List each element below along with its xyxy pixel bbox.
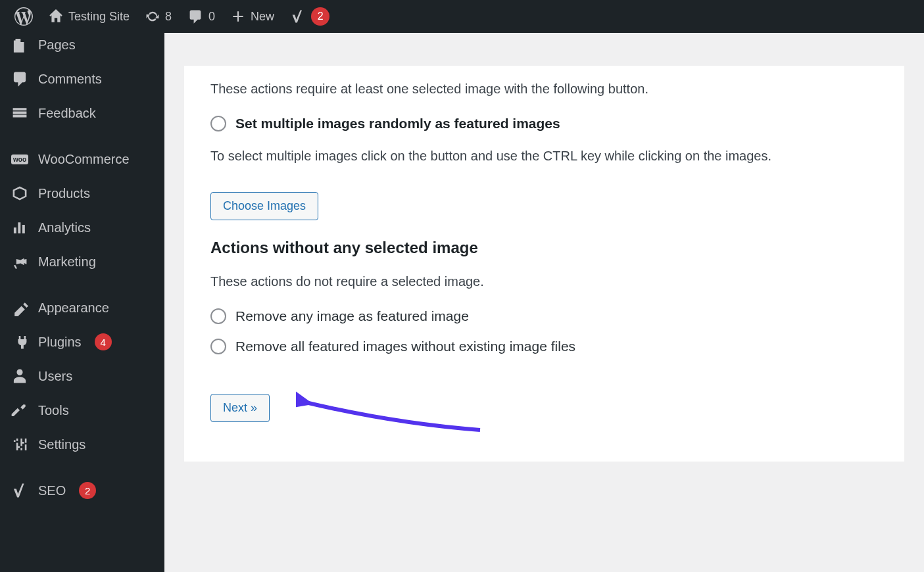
- settings-icon: [11, 435, 29, 454]
- sidebar-label: WooCommerce: [38, 152, 130, 167]
- sidebar-item-tools[interactable]: Tools: [0, 393, 164, 427]
- next-button[interactable]: Next »: [210, 394, 270, 422]
- sidebar-item-seo[interactable]: SEO 2: [0, 473, 164, 508]
- woo-icon: woo: [11, 150, 29, 168]
- updates-count: 8: [165, 10, 172, 24]
- site-name-link[interactable]: Testing Site: [41, 0, 137, 33]
- comments-icon: [11, 70, 29, 88]
- sidebar-item-products[interactable]: Products: [0, 176, 164, 210]
- sidebar-label: Plugins: [38, 335, 82, 350]
- marketing-icon: [11, 252, 29, 271]
- appearance-icon: [11, 298, 29, 317]
- radio-input-remove-missing[interactable]: [210, 339, 226, 354]
- analytics-icon: [11, 218, 29, 237]
- sidebar-label: Users: [38, 369, 72, 384]
- radio-input-remove-any[interactable]: [210, 308, 226, 324]
- comments-count: 0: [208, 10, 215, 24]
- sidebar-item-comments[interactable]: Comments: [0, 62, 164, 96]
- desc-no-selection: These actions do not require a selected …: [210, 272, 878, 291]
- comment-icon: [187, 9, 203, 24]
- wordpress-logo[interactable]: [7, 0, 41, 33]
- sidebar-label: Analytics: [38, 220, 91, 235]
- choose-images-button[interactable]: Choose Images: [210, 192, 318, 220]
- plugins-icon: [11, 333, 29, 351]
- products-icon: [11, 184, 29, 203]
- main-content: These actions require at least one selec…: [164, 66, 924, 572]
- sidebar-label: Feedback: [38, 106, 96, 121]
- updates-icon: [145, 9, 160, 24]
- yoast-link[interactable]: 2: [282, 0, 337, 33]
- heading-no-selection: Actions without any selected image: [210, 239, 878, 257]
- radio-set-multiple[interactable]: Set multiple images randomly as featured…: [210, 116, 878, 131]
- plus-icon: [231, 9, 245, 24]
- new-link[interactable]: New: [223, 0, 282, 33]
- content-box: These actions require at least one selec…: [184, 66, 904, 462]
- sidebar-item-appearance[interactable]: Appearance: [0, 291, 164, 325]
- sidebar-item-pages[interactable]: Pages: [0, 33, 164, 62]
- plugins-badge: 4: [95, 333, 112, 350]
- radio-input-set-multiple[interactable]: [210, 116, 226, 131]
- sidebar-label: Settings: [38, 437, 85, 452]
- site-name-text: Testing Site: [68, 10, 130, 24]
- radio-label-remove-any: Remove any image as featured image: [235, 308, 469, 324]
- comments-link[interactable]: 0: [180, 0, 223, 33]
- sidebar-item-feedback[interactable]: Feedback: [0, 96, 164, 130]
- radio-remove-any[interactable]: Remove any image as featured image: [210, 308, 878, 324]
- seo-badge: 2: [79, 482, 96, 499]
- annotation-arrow: [296, 387, 487, 440]
- admin-sidebar: Pages Comments Feedback woo WooCommerce …: [0, 33, 164, 572]
- radio-label-remove-missing: Remove all featured images without exist…: [235, 339, 575, 354]
- yoast-icon: [290, 9, 306, 24]
- sidebar-label: Marketing: [38, 254, 96, 270]
- sidebar-item-analytics[interactable]: Analytics: [0, 210, 164, 245]
- radio-label-set-multiple: Set multiple images randomly as featured…: [235, 116, 560, 131]
- feedback-icon: [11, 104, 29, 122]
- seo-icon: [11, 481, 29, 500]
- desc-selected-actions: These actions require at least one selec…: [210, 66, 878, 99]
- sidebar-label: Appearance: [38, 300, 109, 316]
- users-icon: [11, 367, 29, 385]
- tools-icon: [11, 401, 29, 419]
- new-label: New: [251, 10, 274, 24]
- sidebar-label: Comments: [38, 72, 102, 87]
- updates-link[interactable]: 8: [137, 0, 180, 33]
- sidebar-item-woocommerce[interactable]: woo WooCommerce: [0, 142, 164, 176]
- desc-ctrl-select: To select multiple images click on the b…: [210, 146, 878, 166]
- sidebar-item-settings[interactable]: Settings: [0, 427, 164, 462]
- sidebar-item-users[interactable]: Users: [0, 359, 164, 393]
- sidebar-item-plugins[interactable]: Plugins 4: [0, 325, 164, 359]
- radio-remove-missing[interactable]: Remove all featured images without exist…: [210, 339, 878, 354]
- sidebar-label: Tools: [38, 403, 69, 418]
- sidebar-label: Products: [38, 186, 90, 201]
- home-icon: [49, 9, 63, 24]
- next-button-row: Next »: [210, 394, 878, 422]
- sidebar-label: Pages: [38, 37, 76, 53]
- sidebar-item-marketing[interactable]: Marketing: [0, 245, 164, 279]
- sidebar-label: SEO: [38, 483, 66, 498]
- admin-bar: Testing Site 8 0 New 2: [0, 0, 924, 33]
- pages-icon: [11, 36, 29, 54]
- yoast-badge: 2: [311, 7, 329, 26]
